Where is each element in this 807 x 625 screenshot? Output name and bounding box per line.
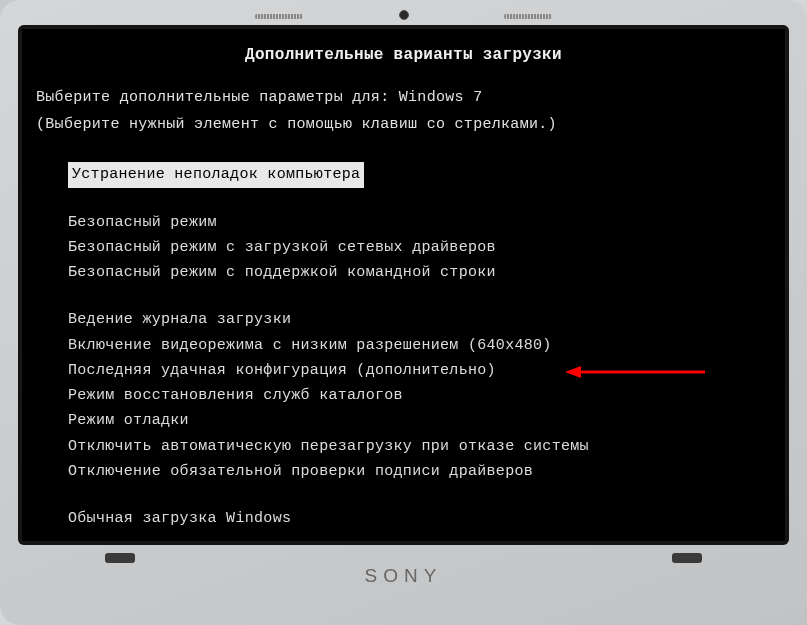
- menu-item-disable-driver-signature[interactable]: Отключение обязательной проверки подписи…: [68, 459, 771, 484]
- menu-item-boot-logging[interactable]: Ведение журнала загрузки: [68, 307, 771, 332]
- menu-item-last-known-good[interactable]: Последняя удачная конфигурация (дополнит…: [68, 358, 771, 383]
- speaker-grill-right: [504, 14, 552, 19]
- instruction-line-1: Выберите дополнительные параметры для: W…: [36, 86, 771, 109]
- menu-item-safe-mode[interactable]: Безопасный режим: [68, 210, 771, 235]
- screen-bezel: Дополнительные варианты загрузки Выберит…: [18, 25, 789, 545]
- laptop-latch-left: [105, 553, 135, 563]
- menu-group-repair: Устранение неполадок компьютера: [68, 162, 771, 187]
- menu-item-debugging-mode[interactable]: Режим отладки: [68, 408, 771, 433]
- boot-options-menu[interactable]: Устранение неполадок компьютера Безопасн…: [36, 162, 771, 531]
- instruction-line-2: (Выберите нужный элемент с помощью клави…: [36, 113, 771, 136]
- page-title: Дополнительные варианты загрузки: [36, 43, 771, 68]
- brand-logo: SONY: [365, 565, 443, 587]
- webcam-icon: [399, 10, 409, 20]
- speaker-grill-left: [255, 14, 303, 19]
- menu-item-disable-auto-restart[interactable]: Отключить автоматическую перезагрузку пр…: [68, 434, 771, 459]
- menu-group-normal: Обычная загрузка Windows: [68, 506, 771, 531]
- boot-options-screen: Дополнительные варианты загрузки Выберит…: [22, 29, 785, 541]
- menu-item-start-windows-normally[interactable]: Обычная загрузка Windows: [68, 506, 771, 531]
- menu-group-safe-mode: Безопасный режим Безопасный режим с загр…: [68, 210, 771, 286]
- menu-group-advanced: Ведение журнала загрузки Включение видео…: [68, 307, 771, 484]
- menu-item-safe-mode-command-prompt[interactable]: Безопасный режим с поддержкой командной …: [68, 260, 771, 285]
- laptop-frame: Дополнительные варианты загрузки Выберит…: [0, 0, 807, 625]
- menu-item-low-res-video[interactable]: Включение видеорежима с низким разрешени…: [68, 333, 771, 358]
- menu-item-directory-services-restore[interactable]: Режим восстановления служб каталогов: [68, 383, 771, 408]
- menu-item-safe-mode-networking[interactable]: Безопасный режим с загрузкой сетевых дра…: [68, 235, 771, 260]
- laptop-latch-right: [672, 553, 702, 563]
- menu-item-repair-computer[interactable]: Устранение неполадок компьютера: [68, 162, 364, 187]
